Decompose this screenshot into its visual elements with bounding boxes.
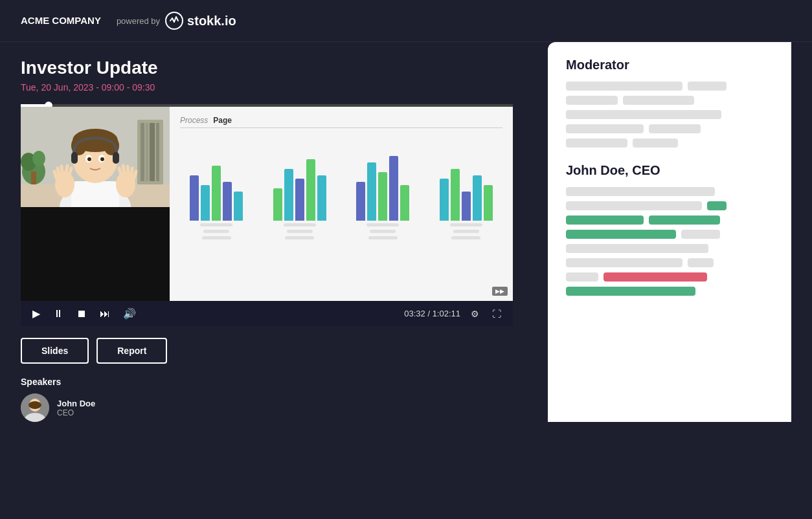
green-bar — [566, 287, 695, 296]
skeleton-bar — [681, 230, 720, 239]
total-time: 1:02:11 — [433, 309, 460, 318]
svg-rect-22 — [71, 152, 78, 164]
settings-button[interactable]: ⚙ — [468, 307, 482, 320]
slides-button[interactable]: Slides — [21, 338, 89, 364]
slide-watermark: ▶▶ — [492, 287, 508, 296]
svg-rect-5 — [150, 123, 155, 181]
speakers-section: Speakers John Doe CEO — [21, 377, 532, 422]
skeleton-bar — [633, 138, 678, 148]
bar — [400, 185, 409, 221]
skeleton-bar — [688, 258, 714, 267]
chart-group-2 — [264, 137, 337, 239]
video-area: Process Page — [21, 107, 513, 301]
bar — [473, 175, 482, 221]
speaker-name: John Doe — [57, 399, 95, 408]
svg-point-21 — [100, 157, 104, 161]
bar — [451, 169, 460, 221]
speaker-cam — [21, 107, 170, 207]
pause-button[interactable]: ⏸ — [51, 307, 66, 321]
report-button[interactable]: Report — [96, 338, 167, 364]
video-controls: ▶ ⏸ ⏹ ⏭ 🔊 03:32 / 1:02:11 ⚙ ⛶ — [21, 301, 513, 326]
skeleton-bar — [566, 110, 721, 119]
page-title: Investor Update — [21, 58, 532, 78]
bar — [201, 185, 210, 221]
stokk-icon — [165, 12, 183, 30]
skeleton-bar — [566, 272, 598, 282]
skeleton-bar — [688, 82, 727, 91]
event-date: Tue, 20 Jun, 2023 - 09:00 - 09:30 — [21, 82, 532, 93]
powered-by-label: powered by — [117, 16, 160, 26]
speaker-item: John Doe CEO — [21, 393, 532, 422]
svg-rect-13 — [71, 181, 119, 207]
skeleton-bar — [566, 201, 702, 210]
svg-point-9 — [32, 151, 45, 166]
bar — [484, 185, 493, 221]
company-name: ACME COMPANY — [21, 14, 101, 27]
play-button[interactable]: ▶ — [30, 306, 43, 321]
bar — [306, 159, 315, 221]
powered-by: powered by stokk.io — [117, 12, 236, 30]
avatar-image — [21, 393, 49, 422]
skeleton-bar — [566, 96, 618, 105]
bar — [295, 179, 304, 221]
skeleton-bar — [623, 96, 694, 105]
skeleton-bar — [566, 82, 682, 91]
stokk-logo: stokk.io — [165, 12, 236, 30]
volume-button[interactable]: 🔊 — [120, 306, 139, 321]
slide-area: Process Page — [170, 107, 513, 301]
stop-button[interactable]: ⏹ — [74, 307, 89, 321]
skeleton-bar — [566, 138, 627, 148]
chart-group-1 — [180, 137, 253, 239]
next-button[interactable]: ⏭ — [97, 307, 113, 321]
bar — [317, 175, 326, 221]
chart-area — [180, 136, 502, 239]
slide-process-label: Process — [180, 116, 208, 125]
speaker-info: John Doe CEO — [57, 399, 95, 417]
speaker-video — [21, 107, 170, 207]
speaker-avatar — [21, 393, 49, 422]
skeleton-bar — [566, 244, 708, 253]
green-bar — [649, 215, 720, 225]
chart-group-4 — [430, 137, 503, 239]
bar — [389, 156, 398, 221]
john-doe-section: John Doe, CEO — [566, 163, 773, 296]
speakers-title: Speakers — [21, 377, 532, 387]
bar — [223, 182, 232, 221]
bar — [378, 172, 387, 221]
chart-group-3 — [346, 137, 420, 239]
speaker-role: CEO — [57, 408, 95, 417]
bar — [273, 188, 282, 221]
brand-name: stokk.io — [187, 14, 236, 28]
svg-rect-6 — [156, 123, 159, 181]
red-bar — [603, 272, 707, 282]
moderator-title: Moderator — [566, 58, 773, 72]
skeleton-bar — [649, 124, 701, 133]
bar — [190, 175, 199, 221]
john-doe-title: John Doe, CEO — [566, 163, 773, 178]
action-buttons: Slides Report — [21, 338, 532, 364]
slide-page-label: Page — [213, 116, 232, 125]
svg-rect-3 — [141, 123, 144, 181]
moderator-section: Moderator — [566, 58, 773, 148]
fullscreen-button[interactable]: ⛶ — [490, 307, 504, 320]
bar — [234, 192, 243, 221]
bar — [212, 166, 221, 221]
bar — [440, 179, 449, 221]
green-bar — [707, 201, 727, 210]
svg-rect-23 — [113, 152, 119, 164]
skeleton-bar — [566, 124, 644, 133]
bar — [356, 182, 365, 221]
svg-rect-10 — [31, 171, 36, 184]
green-bar — [566, 230, 676, 239]
bar — [462, 192, 471, 221]
left-panel: Investor Update Tue, 20 Jun, 2023 - 09:0… — [21, 42, 532, 422]
skeleton-bar — [566, 258, 682, 267]
svg-rect-4 — [146, 123, 148, 181]
video-player: Process Page — [21, 104, 513, 326]
svg-point-20 — [87, 157, 91, 161]
svg-point-28 — [28, 401, 41, 409]
main-content: Investor Update Tue, 20 Jun, 2023 - 09:0… — [0, 42, 812, 422]
header: ACME COMPANY powered by stokk.io — [0, 0, 812, 42]
bar — [367, 162, 376, 221]
time-separator: / — [427, 309, 432, 318]
